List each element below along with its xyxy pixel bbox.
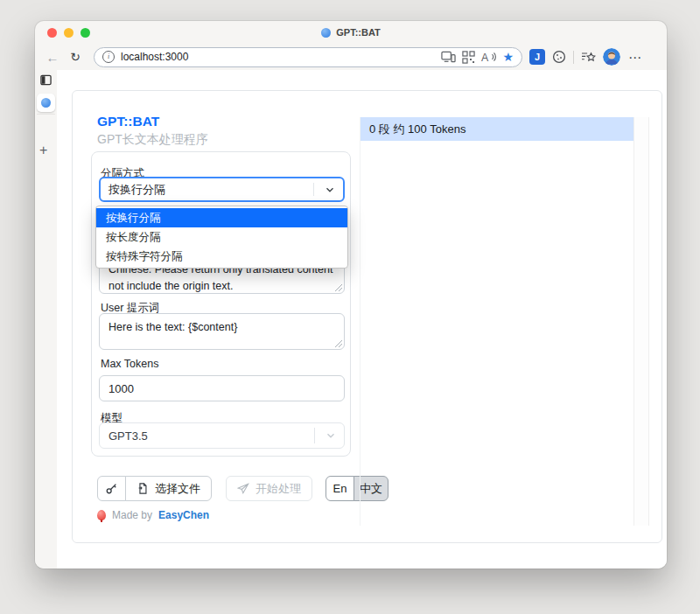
send-icon [237,483,249,495]
favorites-hub-icon[interactable] [581,51,596,64]
browser-window: GPT::BAT ← ↻ i localhost:3000 A ★ [35,21,667,569]
start-processing-label: 开始处理 [256,481,301,497]
dropdown-option-newline[interactable]: 按换行分隔 [96,208,347,227]
tab-divider [37,114,55,115]
page-title: GPT::BAT [97,114,159,129]
toolbar-divider [573,51,574,64]
user-prompt-textarea[interactable]: Here is the text: {$content} [99,313,345,350]
user-prompt-wrap: Here is the text: {$content} [99,313,345,350]
action-button-row: 选择文件 开始处理 En 中文 [97,476,388,501]
token-count-header: 0 段 约 100 Tokens [360,117,634,141]
back-button[interactable]: ← [45,51,60,64]
page-subtitle: GPT长文本处理程序 [97,132,208,148]
send-to-devices-icon[interactable] [441,51,456,63]
vertical-tabstrip: + [35,70,57,569]
app-favicon-icon [321,28,331,38]
balloon-icon [97,510,106,520]
form-card: 分隔方式 按换行分隔 Chinese. Please return only t… [91,151,351,457]
qr-code-icon[interactable] [462,51,475,64]
window-body: + GPT::BAT GPT长文本处理程序 分隔方式 按换行分隔 [35,70,667,569]
window-title: GPT::BAT [336,27,381,38]
desktop: GPT::BAT ← ↻ i localhost:3000 A ★ [0,0,700,614]
max-tokens-input[interactable] [99,375,345,401]
key-icon [105,482,118,495]
lang-en-button[interactable]: En [326,476,354,501]
select-divider [314,428,315,443]
active-tab[interactable] [37,94,55,112]
split-mode-dropdown: 按换行分隔 按长度分隔 按特殊字符分隔 [95,206,348,269]
site-info-icon[interactable]: i [102,51,115,63]
split-mode-value: 按换行分隔 [108,182,165,198]
tab-actions-icon[interactable] [40,73,52,89]
window-titlebar: GPT::BAT [35,21,667,44]
chevron-down-icon [325,429,337,442]
read-aloud-icon[interactable]: A [481,51,496,63]
max-tokens-label: Max Tokens [101,358,158,370]
more-menu-button[interactable]: ⋯ [627,51,643,64]
page-card: GPT::BAT GPT长文本处理程序 分隔方式 按换行分隔 [72,90,662,543]
web-content: GPT::BAT GPT长文本处理程序 分隔方式 按换行分隔 [57,70,667,569]
model-select[interactable]: GPT3.5 [99,422,345,449]
refresh-button[interactable]: ↻ [67,51,83,63]
svg-text:A: A [481,52,489,63]
api-key-button[interactable] [97,476,126,501]
url-text: localhost:3000 [121,51,188,63]
footer: Made by EasyChen [97,509,209,521]
extension-j-button[interactable]: J [529,49,545,65]
favorite-star-icon[interactable]: ★ [502,51,514,63]
chevron-down-icon [324,184,336,196]
result-panel: 0 段 约 100 Tokens [360,117,662,526]
author-link[interactable]: EasyChen [158,509,209,521]
select-divider [313,183,314,196]
tab-favicon-icon [41,98,51,108]
choose-file-button[interactable]: 选择文件 [125,476,212,501]
browser-toolbar: ← ↻ i localhost:3000 A ★ J [35,44,667,70]
start-processing-button[interactable]: 开始处理 [226,476,312,501]
split-mode-select[interactable]: 按换行分隔 [99,177,345,202]
made-by-text: Made by [112,509,152,521]
file-upload-icon [136,482,149,495]
address-bar[interactable]: i localhost:3000 A ★ [94,47,522,67]
profile-avatar[interactable] [603,48,620,66]
panel-scrollbar[interactable] [634,117,649,526]
dropdown-option-length[interactable]: 按长度分隔 [96,227,347,247]
window-title-area: GPT::BAT [35,21,667,44]
dropdown-option-special-char[interactable]: 按特殊字符分隔 [96,247,347,266]
model-value: GPT3.5 [108,429,148,443]
new-tab-button[interactable]: + [39,143,47,157]
choose-file-label: 选择文件 [155,481,200,497]
extensions-icon[interactable] [552,50,566,64]
